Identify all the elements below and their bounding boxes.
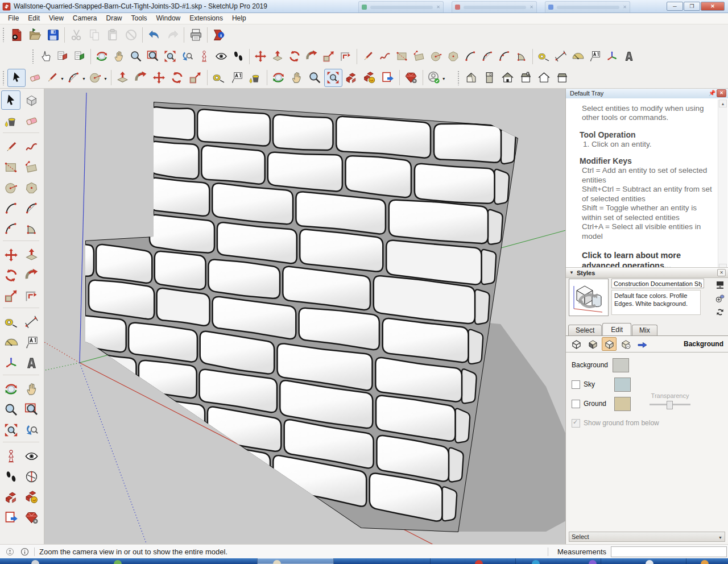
walk-button[interactable] xyxy=(1,467,20,486)
polygon-button[interactable] xyxy=(22,178,41,197)
iso-view-button[interactable] xyxy=(462,69,481,87)
select-button[interactable] xyxy=(1,90,20,110)
new-button[interactable] xyxy=(7,26,26,44)
right-view-button[interactable] xyxy=(517,69,535,87)
cut-button[interactable] xyxy=(67,26,85,44)
zoom-button[interactable] xyxy=(1,400,20,419)
modeling-settings-button[interactable] xyxy=(635,337,650,351)
pie-button[interactable] xyxy=(22,219,41,238)
taskbar-app-icon[interactable] xyxy=(273,560,281,564)
tab-edit[interactable]: Edit xyxy=(602,323,631,336)
menu-file[interactable]: File xyxy=(3,13,23,23)
menu-draw[interactable]: Draw xyxy=(102,13,127,23)
3d-text-button[interactable] xyxy=(621,48,638,65)
three-point-arc-button[interactable] xyxy=(1,219,20,238)
toolbar-drag-handle[interactable] xyxy=(32,49,34,64)
display-secondary-pane-button[interactable] xyxy=(714,279,726,291)
styles-close-button[interactable]: ✕ xyxy=(717,269,726,276)
circle-button[interactable] xyxy=(1,178,20,197)
zoom-window-button[interactable] xyxy=(144,48,162,65)
line-button[interactable] xyxy=(44,69,65,87)
update-style-button[interactable] xyxy=(714,306,726,318)
extension-warehouse-button[interactable] xyxy=(361,69,379,87)
ground-color-swatch[interactable] xyxy=(614,397,631,411)
component-attributes-button[interactable] xyxy=(71,48,88,65)
rectangle-button[interactable] xyxy=(394,48,411,65)
taskbar-app-icon[interactable] xyxy=(31,560,39,564)
redo-button[interactable] xyxy=(163,26,181,44)
3d-warehouse-button[interactable] xyxy=(342,69,361,87)
transparency-slider[interactable] xyxy=(650,404,690,405)
send-to-layout-button[interactable] xyxy=(379,69,397,87)
select-button[interactable] xyxy=(7,69,26,87)
pin-icon[interactable]: 📌 xyxy=(708,89,717,97)
previous-view-button[interactable] xyxy=(22,420,41,439)
scroll-up-icon[interactable]: ▲ xyxy=(719,99,727,107)
dimension-button[interactable] xyxy=(552,48,569,65)
front-view-button[interactable] xyxy=(499,69,517,87)
move-button[interactable] xyxy=(150,69,168,87)
position-camera-button[interactable] xyxy=(1,446,20,466)
pan-button[interactable] xyxy=(110,48,127,65)
tape-measure-button[interactable] xyxy=(1,312,20,331)
watermark-settings-button[interactable] xyxy=(618,337,633,351)
tape-measure-button[interactable] xyxy=(210,69,228,87)
freehand-button[interactable] xyxy=(377,48,394,65)
background-settings-button[interactable] xyxy=(602,337,617,351)
polygon-button[interactable] xyxy=(445,48,462,65)
zoom-button[interactable] xyxy=(127,48,144,65)
geolocation-icon[interactable] xyxy=(5,547,15,557)
tab-select[interactable]: Select xyxy=(568,325,602,335)
offset-button[interactable] xyxy=(22,286,41,305)
pan-button[interactable] xyxy=(288,69,306,87)
freehand-button[interactable] xyxy=(22,137,41,156)
interact-button[interactable] xyxy=(37,48,54,65)
zoom-extents-button[interactable] xyxy=(324,69,342,87)
pie-button[interactable] xyxy=(513,48,530,65)
paint-bucket-button[interactable] xyxy=(1,111,20,130)
protractor-button[interactable] xyxy=(569,48,586,65)
protractor-button[interactable] xyxy=(1,333,20,352)
text-button[interactable] xyxy=(228,69,246,87)
rotated-rectangle-button[interactable] xyxy=(411,48,428,65)
create-new-style-button[interactable] xyxy=(714,293,726,304)
orbit-button[interactable] xyxy=(93,48,110,65)
taskbar-active-app[interactable] xyxy=(257,558,334,564)
taskbar-app-icon[interactable] xyxy=(114,560,122,564)
taskbar-app-icon[interactable] xyxy=(701,560,709,564)
scale-button[interactable] xyxy=(1,286,20,305)
rotate-button[interactable] xyxy=(1,266,20,285)
look-around-button[interactable] xyxy=(213,48,230,65)
follow-me-button[interactable] xyxy=(132,69,150,87)
shapes-button[interactable] xyxy=(87,69,109,87)
offset-button[interactable] xyxy=(337,48,354,65)
measurements-input[interactable] xyxy=(611,546,727,557)
scale-button[interactable] xyxy=(187,69,205,87)
rotate-button[interactable] xyxy=(168,69,187,87)
model-canvas[interactable] xyxy=(43,88,566,545)
edge-settings-button[interactable] xyxy=(569,337,584,351)
transparency-slider-thumb[interactable] xyxy=(667,401,673,409)
menu-edit[interactable]: Edit xyxy=(23,13,44,23)
rotate-button[interactable] xyxy=(286,48,303,65)
sky-color-swatch[interactable] xyxy=(614,378,631,392)
menu-extensions[interactable]: Extensions xyxy=(185,13,228,23)
eraser-button[interactable] xyxy=(22,111,41,130)
arc-button[interactable] xyxy=(462,48,479,65)
two-point-arc-button[interactable] xyxy=(479,48,496,65)
viewport[interactable] xyxy=(43,88,566,545)
account-dropdown-arrow[interactable] xyxy=(442,73,446,82)
push-pull-button[interactable] xyxy=(114,69,132,87)
scale-button[interactable] xyxy=(320,48,337,65)
walk-button[interactable] xyxy=(230,48,247,65)
instructor-scrollbar[interactable]: ▲ ▼ xyxy=(718,99,727,272)
3d-warehouse-button[interactable] xyxy=(1,487,20,507)
back-view-button[interactable] xyxy=(535,69,553,87)
text-button[interactable] xyxy=(586,48,603,65)
model-info-button[interactable] xyxy=(210,26,228,44)
extension-warehouse-button[interactable] xyxy=(22,487,41,507)
maximize-button[interactable]: ❐ xyxy=(684,2,700,11)
previous-view-button[interactable] xyxy=(179,48,196,65)
look-around-button[interactable] xyxy=(22,446,41,466)
arc-button[interactable] xyxy=(1,198,20,218)
